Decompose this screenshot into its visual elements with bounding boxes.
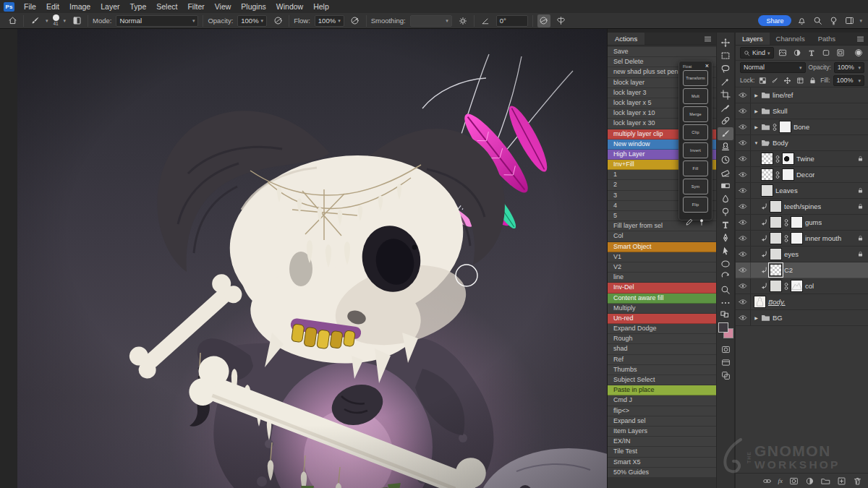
lock-all-icon[interactable] [808,75,817,86]
action-col[interactable]: Col [608,231,716,241]
airbrush-icon[interactable] [349,14,362,27]
layer-thumbnail[interactable] [770,280,782,292]
add-layer-mask-icon[interactable] [789,476,799,486]
float-button-transform[interactable]: Transform [683,70,708,86]
layer-mask-thumbnail[interactable] [782,168,794,181]
zoom-tool[interactable] [718,283,733,296]
close-icon[interactable]: × [705,63,709,69]
layer-mask-thumbnail[interactable] [791,232,803,244]
action-expand-dodge[interactable]: Expand Dodge [608,324,716,334]
layer-row-teeth-spines[interactable]: teeth/spines [736,199,868,215]
smoothing-gear-icon[interactable] [456,14,469,27]
visibility-eye-icon[interactable] [736,87,751,103]
action-save[interactable]: Save [608,47,716,57]
layer-row-line-ref[interactable]: ▶line/ref [736,87,868,103]
menu-plugins[interactable]: Plugins [236,0,271,13]
action-expand-sel[interactable]: Expand sel [608,416,716,427]
screen-mode-icon[interactable] [718,356,733,369]
lock-pixels-icon[interactable] [770,75,780,86]
tab-channels[interactable]: Channels [770,33,812,45]
layer-fill-field[interactable]: 100% ▾ [833,75,864,86]
search-icon[interactable] [812,15,823,27]
layer-mask-thumbnail[interactable] [779,121,791,133]
layer-row-gums[interactable]: gums [736,215,868,231]
layer-row-inner-mouth[interactable]: inner mouth [736,231,868,247]
layer-row-col[interactable]: col [736,278,868,294]
menu-select[interactable]: Select [151,0,182,13]
action-tile-test[interactable]: Tile Test [608,447,716,457]
group-expander-icon[interactable]: ▶ [754,124,759,129]
layer-mask-thumbnail[interactable] [782,153,794,165]
action-ex-in[interactable]: EX/IN [608,437,716,447]
layer-row-bg[interactable]: ▶BG [736,310,868,326]
menu-file[interactable]: File [19,0,41,13]
menu-view[interactable]: View [210,0,237,13]
clone-stamp-tool[interactable] [718,140,733,153]
menu-filter[interactable]: Filter [182,0,209,13]
layer-thumbnail[interactable] [770,248,782,260]
filter-type-layers-icon[interactable] [806,48,817,59]
color-swatches[interactable] [718,322,733,338]
tab-actions[interactable]: Actions [608,33,644,45]
float-button-fill[interactable]: Fill [683,160,708,176]
visibility-eye-icon[interactable] [736,278,751,294]
kind-filter-select[interactable]: Kind ▾ [740,47,774,59]
canvas[interactable] [17,29,608,488]
action-paste-in-place[interactable]: Paste in place [608,385,716,395]
action-thumbs[interactable]: Thumbs [608,365,716,375]
visibility-eye-icon[interactable] [736,262,751,278]
action-shad[interactable]: shad [608,344,716,354]
layer-effects-icon[interactable]: fx [778,477,783,484]
share-button[interactable]: Share [758,15,791,26]
float-button-mult[interactable]: Mult [683,88,708,104]
action-cmd-j[interactable]: Cmd J [608,395,716,406]
lock-transparency-icon[interactable] [757,75,767,86]
layer-thumbnail[interactable] [754,296,766,308]
new-group-icon[interactable] [821,476,830,486]
chevron-down-icon[interactable]: ▾ [64,18,67,23]
brush-size-preview[interactable]: 41 [53,14,59,27]
workspace-icon[interactable] [843,15,855,27]
layer-thumbnail[interactable] [770,216,782,228]
brush-tool[interactable] [718,127,733,140]
action-inv-del[interactable]: Inv-Del [608,283,716,293]
action-50-guides[interactable]: 50% Guides [608,468,716,478]
layer-row-decor[interactable]: Decor [736,167,868,183]
quick-mask-icon[interactable] [718,343,733,356]
layer-thumbnail[interactable] [770,200,782,213]
layer-thumbnail[interactable] [761,153,773,165]
crop-tool[interactable] [718,88,733,101]
menu-type[interactable]: Type [124,0,151,13]
visibility-eye-icon[interactable] [736,215,751,230]
visibility-eye-icon[interactable] [736,310,751,325]
eraser-tool[interactable] [718,166,733,179]
healing-brush-tool[interactable] [718,114,733,127]
visibility-eye-icon[interactable] [736,231,751,246]
eyedropper-tool[interactable] [718,101,733,114]
layer-row-body[interactable]: Body. [736,294,868,310]
lock-artboard-icon[interactable] [796,75,805,86]
type-tool[interactable] [718,218,733,231]
visibility-eye-icon[interactable] [736,151,751,166]
action-un-red[interactable]: Un-red [608,314,716,324]
home-icon[interactable] [6,14,19,27]
edit-toolbar-tool[interactable] [718,296,733,309]
marquee-tool[interactable] [718,49,733,62]
pressure-size-icon[interactable] [537,14,550,27]
layer-mask-thumbnail[interactable] [791,280,803,292]
path-selection-tool[interactable] [718,244,733,257]
move-tool[interactable] [718,36,733,49]
smoothing-field[interactable]: ▾ [410,15,452,27]
action-item-layers[interactable]: Item Layers [608,427,716,437]
visibility-eye-icon[interactable] [736,199,751,214]
new-adjustment-layer-icon[interactable] [805,476,814,486]
action-multiply[interactable]: Multiply [608,304,716,314]
layer-blend-mode-select[interactable]: Normal ▾ [740,62,806,73]
pen-tool[interactable] [718,231,733,244]
tab-layers[interactable]: Layers [736,33,770,45]
filter-toggle-icon[interactable] [853,48,864,59]
action-v1[interactable]: V1 [608,252,716,262]
action-content-aware-fill[interactable]: Content aware fill [608,294,716,304]
new-layer-icon[interactable] [837,476,846,486]
panel-menu-icon[interactable] [856,33,864,45]
